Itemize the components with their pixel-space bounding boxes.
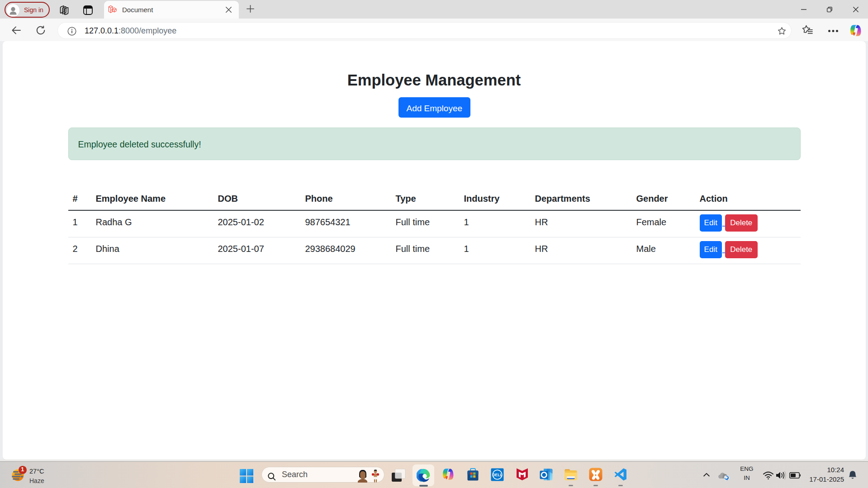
svg-text:DELL: DELL: [492, 473, 502, 477]
